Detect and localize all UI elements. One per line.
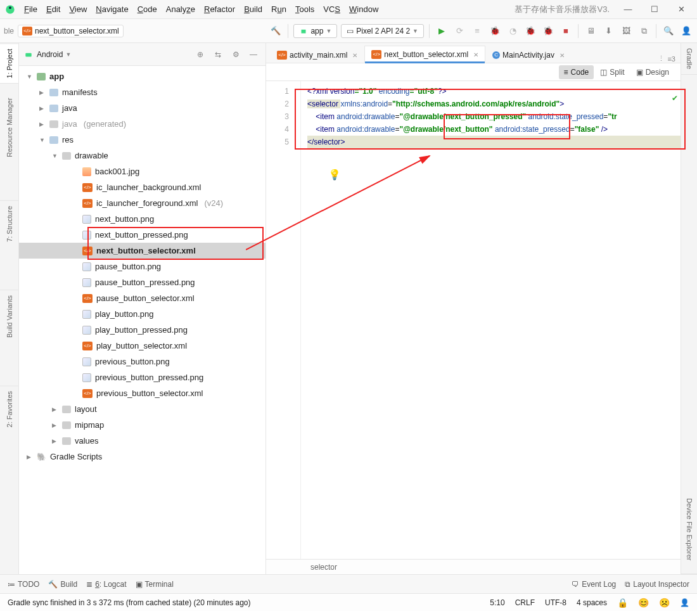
menu-tools[interactable]: Tools: [291, 3, 318, 15]
tree-file[interactable]: </>next_button_selector.xml: [19, 243, 265, 259]
tree-node-java-gen[interactable]: ▶java(generated): [19, 116, 265, 132]
menu-navigate[interactable]: Navigate: [92, 3, 132, 15]
code-editor[interactable]: <?xml version="1.0" encoding="utf-8"?><s…: [301, 81, 681, 559]
view-code[interactable]: ≡Code: [559, 65, 594, 79]
layout-inspector-button[interactable]: ⧉: [637, 24, 651, 38]
menu-refactor[interactable]: Refactor: [200, 3, 239, 15]
tool-build-variants[interactable]: Build Variants: [0, 290, 18, 343]
menu-build[interactable]: Build: [240, 3, 266, 15]
profile-button[interactable]: ◔: [506, 24, 520, 38]
caret-position[interactable]: 5:10: [490, 598, 504, 607]
menu-edit[interactable]: Edit: [42, 3, 64, 15]
hide-icon[interactable]: —: [246, 48, 260, 61]
close-icon[interactable]: ✕: [560, 52, 565, 59]
line-separator[interactable]: CRLF: [515, 598, 535, 607]
project-view-selector[interactable]: Android ▼: [37, 50, 71, 59]
expand-icon[interactable]: ⇆: [211, 48, 225, 61]
tool-logcat[interactable]: ≣6: Logcat: [86, 580, 126, 589]
close-icon[interactable]: ✕: [473, 51, 478, 58]
tool-gradle[interactable]: Gradle: [681, 43, 697, 75]
tree-file[interactable]: play_button_pressed.png: [19, 322, 265, 338]
menu-code[interactable]: Code: [134, 3, 161, 15]
menu-run[interactable]: Run: [267, 3, 290, 15]
apply-changes-button[interactable]: ⟳: [452, 24, 466, 38]
device-selector[interactable]: ▭ Pixel 2 API 24 2 ▼: [341, 24, 424, 38]
avd-manager-button[interactable]: 🖥: [584, 24, 598, 38]
tree-file[interactable]: </>play_button_selector.xml: [19, 338, 265, 354]
breadcrumb-file[interactable]: </> next_button_selector.xml: [18, 25, 124, 37]
tool-favorites[interactable]: 2: Favorites: [0, 385, 18, 432]
tree-file[interactable]: play_button.png: [19, 306, 265, 322]
tool-terminal[interactable]: ▣Terminal: [136, 580, 174, 589]
menu-file[interactable]: File: [20, 3, 41, 15]
tree-node-res[interactable]: ▼res: [19, 132, 265, 148]
resource-manager-button[interactable]: 🖼: [619, 24, 633, 38]
apply-code-button[interactable]: ≡: [470, 24, 484, 38]
tree-file[interactable]: pause_button_pressed.png: [19, 274, 265, 290]
close-icon[interactable]: ✕: [352, 52, 357, 59]
tree-node-app[interactable]: ▼app: [19, 68, 265, 84]
tool-build[interactable]: 🔨Build: [48, 580, 77, 589]
lock-icon[interactable]: 🔒: [617, 598, 628, 608]
sdk-manager-button[interactable]: ⬇: [601, 24, 615, 38]
tree-node-manifests[interactable]: ▶manifests: [19, 84, 265, 100]
bulb-icon[interactable]: 💡: [328, 169, 341, 181]
tree-node-mipmap[interactable]: ▶mipmap: [19, 417, 265, 433]
project-tree[interactable]: ▼app ▶manifests ▶java ▶java(generated) ▼…: [19, 66, 265, 574]
menu-window[interactable]: Window: [345, 3, 382, 15]
run-button[interactable]: ▶: [435, 24, 449, 38]
tree-node-java[interactable]: ▶java: [19, 100, 265, 116]
tool-event-log[interactable]: 🗨Event Log: [572, 580, 616, 589]
tool-structure[interactable]: 7: Structure: [0, 200, 18, 247]
tabs-overflow[interactable]: ⋮≡3: [658, 55, 681, 63]
close-button[interactable]: ✕: [670, 3, 692, 16]
indent-setting[interactable]: 4 spaces: [577, 598, 607, 607]
menu-view[interactable]: View: [65, 3, 91, 15]
tree-file[interactable]: next_button.png: [19, 211, 265, 227]
menu-analyze[interactable]: Analyze: [162, 3, 199, 15]
sad-icon[interactable]: ☹️: [659, 598, 670, 608]
tree-node-gradle[interactable]: ▶🐘Gradle Scripts: [19, 449, 265, 465]
locate-icon[interactable]: ⊕: [193, 48, 207, 61]
file-encoding[interactable]: UTF-8: [545, 598, 566, 607]
run-config-selector[interactable]: app ▼: [293, 24, 337, 38]
search-icon[interactable]: 🔍: [662, 24, 675, 38]
tree-file[interactable]: previous_button.png: [19, 354, 265, 369]
smile-icon[interactable]: 😊: [638, 598, 649, 608]
code-area[interactable]: 1 2 3 4 5 <?xml version="1.0" encoding="…: [266, 81, 681, 559]
tree-file[interactable]: </>ic_launcher_background.xml: [19, 179, 265, 195]
tree-node-layout[interactable]: ▶layout: [19, 401, 265, 417]
view-split[interactable]: ◫Split: [595, 65, 629, 79]
tool-project[interactable]: 1: Project: [0, 43, 18, 83]
view-design[interactable]: ▣Design: [631, 65, 674, 79]
tree-node-drawable[interactable]: ▼drawable: [19, 148, 265, 164]
hammer-icon[interactable]: 🔨: [269, 24, 283, 38]
tree-file[interactable]: previous_button_pressed.png: [19, 369, 265, 385]
tool-todo[interactable]: ≔TODO: [8, 580, 39, 589]
tree-node-values[interactable]: ▶values: [19, 433, 265, 449]
user-icon[interactable]: 👤: [679, 24, 693, 38]
minimize-button[interactable]: —: [617, 3, 639, 16]
inspection-icon[interactable]: 👤: [680, 598, 689, 607]
maximize-button[interactable]: ☐: [644, 3, 665, 16]
menu-vcs[interactable]: VCS: [319, 3, 344, 15]
debug-button[interactable]: 🐞: [488, 24, 502, 38]
tool-device-file-explorer[interactable]: Device File Explorer: [681, 485, 697, 574]
tool-resource-manager[interactable]: Resource Manager: [0, 83, 18, 172]
tool-layout-inspector[interactable]: ⧉Layout Inspector: [625, 580, 689, 589]
breadcrumb-trunc[interactable]: ble: [4, 27, 14, 35]
tree-file[interactable]: </>ic_launcher_foreground.xml (v24): [19, 195, 265, 211]
crumb-selector[interactable]: selector: [310, 563, 337, 572]
tab-mainactivity[interactable]: CMainActivity.jav✕: [485, 46, 572, 63]
tree-file[interactable]: back001.jpg: [19, 164, 265, 179]
gear-icon[interactable]: ⚙: [229, 48, 243, 61]
coverage-button[interactable]: 🐞: [523, 24, 537, 38]
tree-file[interactable]: </>pause_button_selector.xml: [19, 290, 265, 306]
tab-next-button-selector[interactable]: </>next_button_selector.xml✕: [364, 46, 485, 63]
tree-file[interactable]: pause_button.png: [19, 259, 265, 274]
tab-activity-main[interactable]: </>activity_main.xml✕: [270, 46, 364, 63]
stop-button[interactable]: ■: [559, 24, 573, 38]
tree-file[interactable]: next_button_pressed.png: [19, 227, 265, 243]
tree-file[interactable]: </>previous_button_selector.xml: [19, 385, 265, 401]
attach-button[interactable]: 🐞: [541, 24, 555, 38]
